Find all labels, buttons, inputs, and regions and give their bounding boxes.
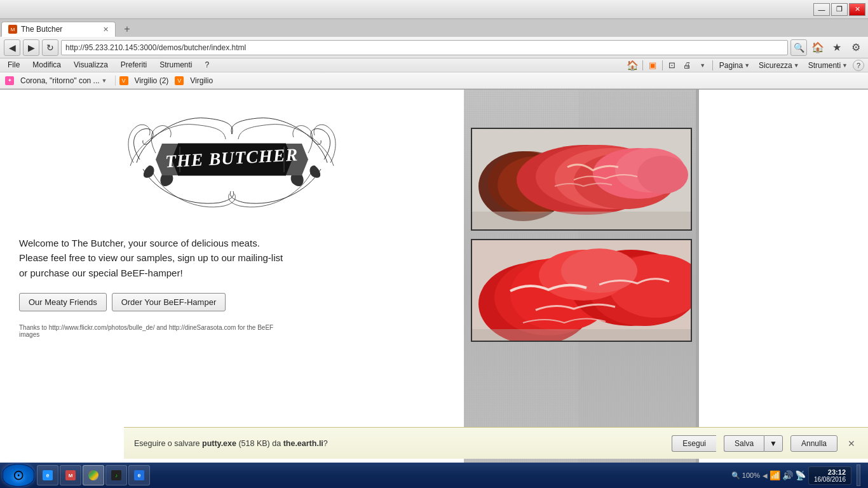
bm-favicon-1: V xyxy=(119,76,128,85)
svg-rect-15 xyxy=(472,212,692,231)
bookmarks-bar: ✦ Corona, "ritorno" con ... ▼ V Virgilio… xyxy=(0,72,868,89)
rt-sicurezza-arrow: ▼ xyxy=(794,62,799,69)
active-tab[interactable]: M The Butcher ✕ xyxy=(1,22,116,37)
right-images-panel xyxy=(464,90,699,481)
ie-icon-2: e xyxy=(134,470,144,480)
dl-cancel-button[interactable]: Annulla xyxy=(790,435,837,452)
taskbar-btn-1[interactable]: M xyxy=(60,465,81,485)
tray-volume-icon[interactable]: 🔊 xyxy=(782,470,793,480)
menu-file[interactable]: File xyxy=(5,60,22,69)
dl-close-button[interactable]: ✕ xyxy=(845,437,858,450)
download-text: Eseguire o salvare putty.exe (518 KB) da… xyxy=(134,439,664,448)
dl-run-button[interactable]: Esegui xyxy=(672,435,716,452)
rt-sicurezza-label: Sicurezza xyxy=(759,61,792,70)
rt-print-icon[interactable]: 🖨 xyxy=(681,58,695,72)
rt-strumenti-label: Strumenti xyxy=(808,61,841,70)
svg-point-14 xyxy=(637,156,688,194)
rt-pagina-btn[interactable]: Pagina ▼ xyxy=(715,60,754,71)
menu-visualizza[interactable]: Visualizza xyxy=(71,60,111,69)
taskbar-btn-3[interactable]: ♪ xyxy=(105,465,127,485)
ie-icon-1: e xyxy=(43,470,53,480)
order-hamper-button[interactable]: Order Your BeEF-Hamper xyxy=(112,293,226,311)
search-button[interactable]: 🔍 xyxy=(790,39,807,56)
rt-print-prev-icon[interactable]: ⊡ xyxy=(665,58,679,72)
show-desktop-button[interactable] xyxy=(857,464,860,486)
taskbar-btn-0[interactable]: e xyxy=(37,465,58,485)
tab-favicon: M xyxy=(8,25,17,34)
meat-image-top xyxy=(471,128,692,231)
left-content: THE BUTCHER Welcome to The Butcher, your… xyxy=(0,90,464,481)
bookmark-virgilio2[interactable]: Virgilio (2) xyxy=(131,75,173,86)
rt-rss-icon[interactable]: ▣ xyxy=(646,58,660,72)
home-button[interactable]: 🏠 xyxy=(810,39,826,56)
system-tray: ◀ 📶 🔊 📡 xyxy=(763,470,806,480)
new-tab-button[interactable]: + xyxy=(118,22,136,37)
bookmark-corona-arrow: ▼ xyxy=(102,78,107,84)
clock[interactable]: 23:12 16/08/2016 xyxy=(808,466,851,485)
title-bar: — ❐ ✕ xyxy=(0,0,868,19)
refresh-button[interactable]: ↻ xyxy=(42,39,58,56)
rt-help-icon[interactable]: ? xyxy=(853,60,864,71)
dl-save-button[interactable]: Salva xyxy=(724,435,764,452)
windows-orb: ⊙ xyxy=(13,467,24,484)
tab-close-button[interactable]: ✕ xyxy=(99,25,109,34)
rt-pagina-label: Pagina xyxy=(719,61,743,70)
clock-time: 23:12 xyxy=(814,468,846,476)
forward-button[interactable]: ▶ xyxy=(23,39,39,56)
rt-strumenti-arrow: ▼ xyxy=(842,62,848,69)
bookmark-corona-label: Corona, "ritorno" con ... xyxy=(20,76,100,85)
menu-strumenti[interactable]: Strumenti xyxy=(157,60,194,69)
address-bar-row: ◀ ▶ ↻ 🔍 🏠 ★ ⚙ xyxy=(0,37,868,58)
browser-chrome: M The Butcher ✕ + ◀ ▶ ↻ 🔍 🏠 ★ ⚙ File Mod… xyxy=(0,19,868,90)
tray-network-icon[interactable]: 📶 xyxy=(770,470,780,480)
taskbar-btn-2[interactable] xyxy=(83,465,104,485)
close-button[interactable]: ✕ xyxy=(849,3,865,16)
menu-modifica[interactable]: Modifica xyxy=(30,60,64,69)
start-button[interactable]: ⊙ xyxy=(3,464,34,487)
bm-favicon-2: V xyxy=(175,76,184,85)
restore-button[interactable]: ❐ xyxy=(831,3,848,16)
bookmark-virgilio-label: Virgilio xyxy=(190,76,213,85)
zoom-label: 100% xyxy=(742,471,760,479)
clock-date: 16/08/2016 xyxy=(814,476,846,483)
rt-print-arrow[interactable]: ▼ xyxy=(696,58,710,72)
chrome-icon xyxy=(88,470,98,480)
butcher-logo: THE BUTCHER xyxy=(124,102,340,223)
meat-image-bottom xyxy=(471,239,692,342)
menu-bar: File Modifica Visualizza Preferiti Strum… xyxy=(0,58,217,72)
favorites-star[interactable]: ★ xyxy=(829,39,845,56)
taskbar-right: 🔍 100% ◀ 📶 🔊 📡 23:12 16/08/2016 xyxy=(731,464,865,486)
rt-strumenti-btn[interactable]: Strumenti ▼ xyxy=(804,60,851,71)
button-group: Our Meaty Friends Order Your BeEF-Hamper xyxy=(19,293,445,311)
dl-text-after: ? xyxy=(323,439,328,448)
taskbar-btn-4[interactable]: e xyxy=(128,465,150,485)
dl-save-arrow-button[interactable]: ▼ xyxy=(764,435,783,452)
bookmark-corona[interactable]: Corona, "ritorno" con ... ▼ xyxy=(17,75,111,86)
dl-filename: putty.exe xyxy=(202,439,236,448)
bm-favicon-0: ✦ xyxy=(5,76,14,85)
zoom-indicator: 🔍 100% xyxy=(731,471,760,480)
credits-text: Thanks to http://www.flickr.com/photos/b… xyxy=(19,324,286,338)
dl-text-before: Eseguire o salvare xyxy=(134,439,202,448)
menu-preferiti[interactable]: Preferiti xyxy=(118,60,149,69)
dl-file-info: (518 KB) da xyxy=(236,439,283,448)
rt-sicurezza-btn[interactable]: Sicurezza ▼ xyxy=(755,60,803,71)
tray-expand-arrow[interactable]: ◀ xyxy=(763,472,768,479)
winamp-icon: ♪ xyxy=(111,470,121,480)
tray-signal-icon[interactable]: 📡 xyxy=(795,470,806,480)
rt-home-icon[interactable]: 🏠 xyxy=(626,58,640,72)
download-bar: Eseguire o salvare putty.exe (518 KB) da… xyxy=(124,427,868,459)
zoom-icon: 🔍 xyxy=(731,471,740,480)
tab-label: The Butcher xyxy=(21,25,62,34)
menu-help[interactable]: ? xyxy=(203,60,212,69)
url-input[interactable] xyxy=(61,40,788,55)
dl-source: the.earth.li xyxy=(283,439,323,448)
back-button[interactable]: ◀ xyxy=(4,39,20,56)
tab-bar: M The Butcher ✕ + xyxy=(0,19,868,37)
minimize-button[interactable]: — xyxy=(813,3,830,16)
tools-icon[interactable]: ⚙ xyxy=(848,39,864,56)
meaty-friends-button[interactable]: Our Meaty Friends xyxy=(19,293,107,311)
rt-pagina-arrow: ▼ xyxy=(744,62,750,69)
bookmark-virgilio[interactable]: Virgilio xyxy=(186,75,217,86)
welcome-text: Welcome to The Butcher, your source of d… xyxy=(19,236,286,280)
